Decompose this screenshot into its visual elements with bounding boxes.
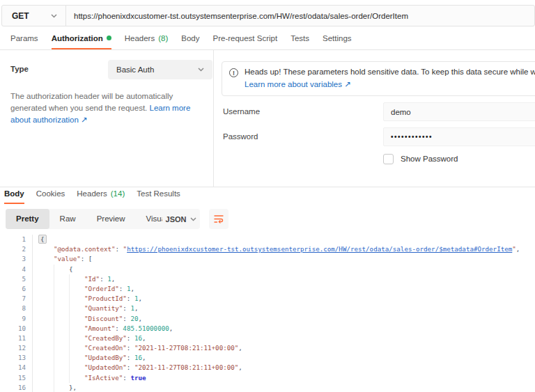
request-tab-tests[interactable]: Tests — [290, 33, 309, 49]
request-tab-headers[interactable]: Headers(8) — [125, 33, 169, 49]
code-token: , — [138, 315, 142, 322]
code-token: true — [130, 374, 146, 382]
code-token: , — [138, 295, 142, 302]
indent-guide — [54, 304, 69, 313]
request-url-bar: GET https://phoenixdxcustomer-tst.outsys… — [1, 5, 535, 26]
warning-text: Heads up! These parameters hold sensitiv… — [245, 68, 535, 76]
learn-more-variables-link[interactable]: Learn more about variables ↗ — [245, 79, 535, 89]
code-content: "ProductId": 1, — [32, 294, 142, 304]
response-tab-test-results[interactable]: Test Results — [137, 188, 180, 204]
request-tab-pre-request-script[interactable]: Pre-request Script — [212, 33, 277, 49]
code-token: , — [238, 363, 242, 371]
tab-label: Authorization — [52, 34, 103, 42]
code-line: 13"UpdatedBy": 16, — [0, 353, 535, 363]
tab-label: Pre-request Script — [212, 34, 277, 42]
code-token: : — [127, 354, 134, 361]
indent-guide — [69, 353, 84, 363]
code-token: "@odata.context" — [54, 245, 116, 253]
show-password-label[interactable]: Show Password — [401, 155, 458, 163]
code-token: : — [127, 363, 134, 371]
line-number: 16 — [0, 383, 32, 392]
request-tab-params[interactable]: Params — [10, 33, 38, 49]
code-content: "CreatedBy": 16, — [32, 334, 146, 343]
password-input[interactable] — [383, 127, 535, 146]
indent-guide — [69, 343, 84, 353]
line-number: 12 — [0, 343, 32, 353]
code-token: "Quantity" — [84, 304, 123, 312]
code-content: "IsActive": true — [32, 373, 146, 383]
code-token: "ProductId" — [84, 295, 127, 302]
view-mode-raw[interactable]: Raw — [49, 209, 86, 229]
indent-guide — [38, 294, 54, 304]
code-content: "value": [ — [32, 254, 92, 264]
code-token: : — [127, 334, 134, 342]
wrap-text-icon — [214, 214, 224, 224]
code-token: 16 — [134, 334, 142, 342]
code-token: : — [100, 275, 107, 283]
format-dropdown[interactable]: JSON — [162, 209, 200, 229]
show-password-checkbox[interactable] — [383, 154, 394, 164]
auth-type-dropdown[interactable]: Basic Auth — [108, 60, 212, 79]
url-input[interactable]: https://phoenixdxcustomer-tst.outsystems… — [66, 12, 408, 20]
indent-guide — [54, 274, 69, 284]
line-number: 5 — [0, 274, 32, 284]
code-token: "CreatedBy" — [84, 334, 127, 342]
indent-guide — [38, 265, 54, 274]
request-tab-settings[interactable]: Settings — [323, 33, 352, 49]
code-token: , — [134, 304, 139, 312]
indent-guide — [69, 324, 84, 334]
response-tab-body[interactable]: Body — [4, 188, 24, 204]
code-line: 14"UpdatedOn": "2021-11-27T08:21:11+00:0… — [0, 363, 535, 373]
indent-guide — [38, 343, 54, 353]
code-content: "Id": 1, — [32, 274, 115, 284]
indent-guide — [38, 373, 54, 383]
wrap-text-button[interactable] — [209, 209, 228, 229]
view-mode-switcher: PrettyRawPreviewVisualize — [6, 209, 188, 229]
request-tab-body[interactable]: Body — [181, 33, 199, 49]
code-line: 1{ — [0, 235, 535, 244]
chevron-down-icon — [190, 217, 196, 221]
code-line: 9"Discount": 20, — [0, 314, 535, 324]
code-line: 8"Quantity": 1, — [0, 304, 535, 313]
indent-guide — [38, 334, 54, 343]
response-tab-headers[interactable]: Headers(14) — [77, 188, 125, 204]
code-line: 6"OrderId": 1, — [0, 284, 535, 294]
code-content: "Quantity": 1, — [32, 304, 139, 313]
indent-guide — [38, 324, 54, 334]
code-content: { — [32, 235, 47, 244]
auth-type-label: Type — [10, 65, 29, 73]
line-number: 13 — [0, 353, 32, 363]
indent-guide — [54, 294, 69, 304]
divider — [0, 187, 535, 187]
auth-type-value: Basic Auth — [116, 65, 154, 74]
indent-guide — [69, 294, 84, 304]
method-label: GET — [12, 11, 29, 21]
view-mode-preview[interactable]: Preview — [86, 209, 136, 229]
view-mode-pretty[interactable]: Pretty — [6, 209, 49, 229]
code-token: [ — [88, 255, 93, 262]
tab-label: Cookies — [36, 189, 65, 198]
method-selector[interactable]: GET — [2, 6, 66, 26]
indent-guide — [38, 353, 54, 363]
code-line: 3"value": [ — [0, 254, 535, 264]
indent-guide — [54, 353, 69, 363]
code-content: "UpdatedBy": 16, — [32, 353, 146, 363]
code-token: : — [81, 255, 88, 262]
code-content: "Amount": 485.51000000, — [32, 324, 173, 334]
code-content: "@odata.context": "https://phoenixdxcust… — [32, 244, 520, 254]
code-content: "OrderId": 1, — [32, 284, 134, 294]
indent-guide — [38, 254, 54, 264]
line-number: 3 — [0, 254, 32, 264]
request-tab-authorization[interactable]: Authorization — [52, 33, 111, 49]
line-number: 1 — [0, 235, 32, 244]
username-input[interactable] — [383, 102, 535, 121]
code-token: "OrderId" — [84, 285, 119, 292]
indent-guide — [54, 343, 69, 353]
code-token: 485.51000000 — [123, 324, 169, 332]
indent-guide — [54, 324, 69, 334]
code-line: 10"Amount": 485.51000000, — [0, 324, 535, 334]
indent-guide — [38, 274, 54, 284]
format-value: JSON — [166, 215, 187, 224]
response-tab-cookies[interactable]: Cookies — [36, 188, 65, 204]
tab-label: Tests — [290, 34, 309, 42]
